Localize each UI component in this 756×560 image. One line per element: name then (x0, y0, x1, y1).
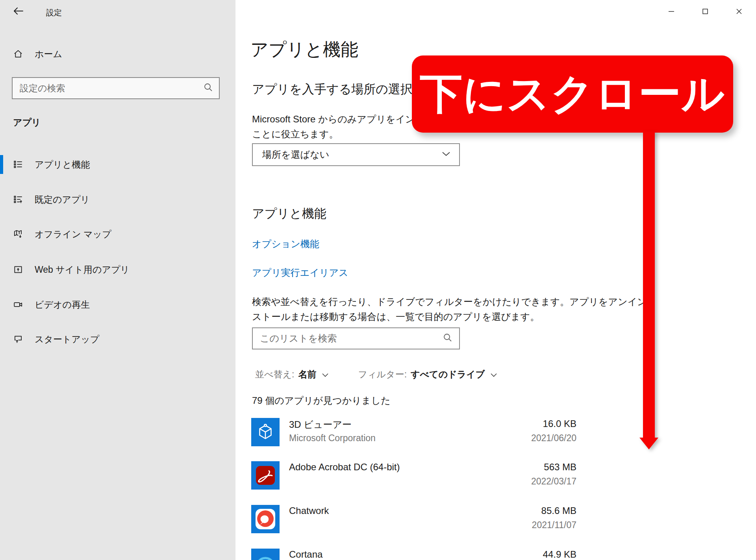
sidebar-item-startup[interactable]: スタートアップ (0, 329, 235, 349)
scroll-down-arrow-icon (638, 131, 660, 452)
maximize-icon (701, 7, 709, 15)
scroll-down-annotation-banner: 下にスクロール (412, 55, 733, 133)
filter-label: フィルター: (358, 368, 407, 381)
app-result-count: 79 個のアプリが見つかりました (252, 394, 391, 407)
back-button[interactable] (10, 5, 26, 19)
app-name: 3D ビューアー (289, 418, 352, 431)
app-execution-aliases-link[interactable]: アプリ実行エイリアス (252, 266, 348, 279)
sidebar-item-default-apps[interactable]: 既定のアプリ (0, 189, 235, 210)
default-apps-icon (13, 194, 23, 205)
sidebar-item-web-apps[interactable]: Web サイト用のアプリ (0, 259, 235, 280)
app-install-date: 2021/06/20 (531, 433, 576, 444)
sidebar-item-video-playback[interactable]: ビデオの再生 (0, 294, 235, 315)
offline-maps-icon (13, 229, 23, 239)
cortana-icon (251, 549, 280, 560)
apps-description-line1: 検索や並べ替えを行ったり、ドライブでフィルターをかけたりできます。アプリをアンイ… (252, 296, 647, 307)
app-publisher: Microsoft Corporation (289, 433, 376, 444)
home-icon (13, 49, 23, 59)
page-title: アプリと機能 (250, 38, 358, 61)
app-size: 44.9 KB (543, 549, 576, 560)
optional-features-link[interactable]: オプション機能 (252, 238, 319, 250)
web-apps-icon (13, 264, 23, 275)
search-icon (203, 82, 213, 94)
sort-label: 並べ替え: (255, 368, 294, 381)
app-install-date: 2022/03/17 (531, 476, 576, 487)
app-size: 563 MB (544, 462, 576, 473)
apps-section-heading: アプリと機能 (252, 205, 326, 222)
apps-description-line2: ストールまたは移動する場合は、一覧で目的のアプリを選びます。 (252, 311, 539, 322)
annotation-text: 下にスクロール (420, 65, 725, 123)
dropdown-selected-value: 場所を選ばない (262, 148, 442, 161)
window-controls (654, 0, 756, 24)
filter-value-dropdown[interactable]: すべてのドライブ (411, 368, 485, 381)
app-name: Adobe Acrobat DC (64-bit) (289, 462, 400, 473)
sidebar-item-label: スタートアップ (35, 333, 99, 346)
close-button[interactable] (722, 0, 756, 23)
close-icon (735, 7, 743, 15)
3d-viewer-icon (251, 418, 280, 446)
sidebar-item-label: ビデオの再生 (35, 299, 90, 311)
minimize-icon (667, 7, 675, 15)
sidebar-item-apps-features[interactable]: アプリと機能 (0, 154, 235, 175)
sort-value-dropdown[interactable]: 名前 (298, 368, 316, 381)
sidebar-item-label: ホーム (35, 48, 62, 60)
video-playback-icon (13, 299, 23, 310)
store-location-dropdown[interactable]: 場所を選ばない (252, 143, 460, 166)
adobe-acrobat-icon (251, 461, 280, 490)
sidebar-item-label: Web サイト用のアプリ (35, 264, 130, 276)
sidebar-item-home[interactable]: ホーム (0, 44, 235, 64)
apps-section-description: 検索や並べ替えを行ったり、ドライブでフィルターをかけたりできます。アプリをアンイ… (252, 294, 647, 324)
chevron-down-icon[interactable] (322, 369, 329, 380)
apps-features-icon (13, 159, 23, 170)
window-title: 設定 (46, 7, 62, 18)
app-name: Chatwork (289, 505, 329, 516)
minimize-button[interactable] (654, 0, 688, 23)
sort-filter-bar: 並べ替え: 名前 フィルター: すべてのドライブ (255, 368, 497, 381)
chatwork-icon (251, 505, 280, 533)
sidebar-item-label: アプリと機能 (35, 159, 90, 171)
app-list-search-placeholder: このリストを検索 (260, 332, 443, 345)
app-size: 85.6 MB (541, 505, 576, 516)
app-row-adobe-acrobat[interactable]: Adobe Acrobat DC (64-bit) 563 MB 2022/03… (251, 461, 576, 490)
app-row-cortana[interactable]: Cortana 44.9 KB (251, 549, 576, 560)
search-icon (443, 333, 453, 344)
chevron-down-icon (442, 151, 450, 158)
store-section-heading: アプリを入手する場所の選択 (252, 81, 413, 98)
startup-icon (13, 334, 23, 344)
sidebar-section-apps: アプリ (13, 116, 41, 129)
settings-search-input[interactable]: 設定の検索 (12, 77, 220, 99)
sidebar-item-label: 既定のアプリ (35, 194, 90, 206)
maximize-button[interactable] (688, 0, 722, 23)
app-install-date: 2021/11/07 (532, 520, 576, 530)
app-row-3d-viewer[interactable]: 3D ビューアー Microsoft Corporation 16.0 KB 2… (251, 418, 576, 447)
app-name: Cortana (289, 549, 322, 560)
settings-search-placeholder: 設定の検索 (20, 82, 203, 94)
sidebar-item-label: オフライン マップ (35, 228, 111, 240)
back-arrow-icon (12, 5, 24, 18)
app-size: 16.0 KB (543, 418, 576, 429)
app-row-chatwork[interactable]: Chatwork 85.6 MB 2021/11/07 (251, 505, 576, 534)
app-list-search-input[interactable]: このリストを検索 (252, 327, 460, 349)
sidebar-item-offline-maps[interactable]: オフライン マップ (0, 224, 235, 244)
chevron-down-icon[interactable] (490, 369, 497, 380)
store-description-line2: ことに役立ちます。 (252, 129, 338, 139)
